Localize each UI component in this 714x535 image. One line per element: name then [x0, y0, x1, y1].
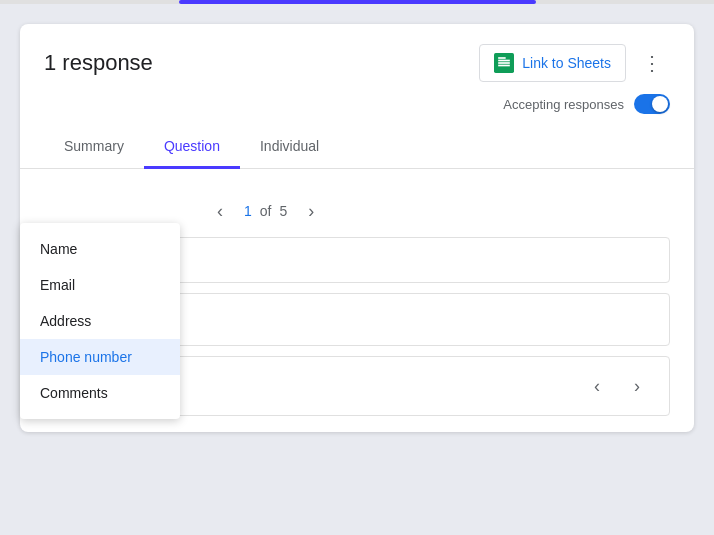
svg-rect-4: [498, 57, 506, 59]
dropdown-item-comments[interactable]: Comments: [20, 375, 180, 411]
svg-rect-2: [498, 62, 510, 64]
svg-rect-3: [498, 65, 510, 67]
response-count: 1 response: [44, 50, 153, 76]
tab-question[interactable]: Question: [144, 126, 240, 169]
accepting-responses-label: Accepting responses: [503, 97, 624, 112]
toggle-knob: [652, 96, 668, 112]
question-navigation: ‹ 1 of 5 ›: [204, 185, 670, 237]
sheets-icon: [494, 53, 514, 73]
bottom-next-button[interactable]: ›: [621, 370, 653, 402]
dropdown-item-name[interactable]: Name: [20, 231, 180, 267]
dropdown-item-email[interactable]: Email: [20, 267, 180, 303]
current-page-number: 1: [244, 203, 252, 219]
dropdown-item-address[interactable]: Address: [20, 303, 180, 339]
bottom-prev-button[interactable]: ‹: [581, 370, 613, 402]
tabs-row: Summary Question Individual: [20, 126, 694, 169]
more-icon: ⋮: [642, 51, 662, 75]
dropdown-item-phone[interactable]: Phone number: [20, 339, 180, 375]
tab-summary[interactable]: Summary: [44, 126, 144, 169]
next-question-button[interactable]: ›: [295, 195, 327, 227]
prev-question-button[interactable]: ‹: [204, 195, 236, 227]
tab-individual[interactable]: Individual: [240, 126, 339, 169]
more-options-button[interactable]: ⋮: [634, 47, 670, 79]
page-of-label: of: [260, 203, 272, 219]
question-dropdown-menu: Name Email Address Phone number Comments: [20, 223, 180, 419]
bottom-nav-arrows: ‹ ›: [581, 370, 653, 402]
total-pages: 5: [279, 203, 287, 219]
svg-rect-1: [498, 60, 510, 62]
link-to-sheets-label: Link to Sheets: [522, 55, 611, 71]
link-to-sheets-button[interactable]: Link to Sheets: [479, 44, 626, 82]
accepting-responses-toggle[interactable]: [634, 94, 670, 114]
